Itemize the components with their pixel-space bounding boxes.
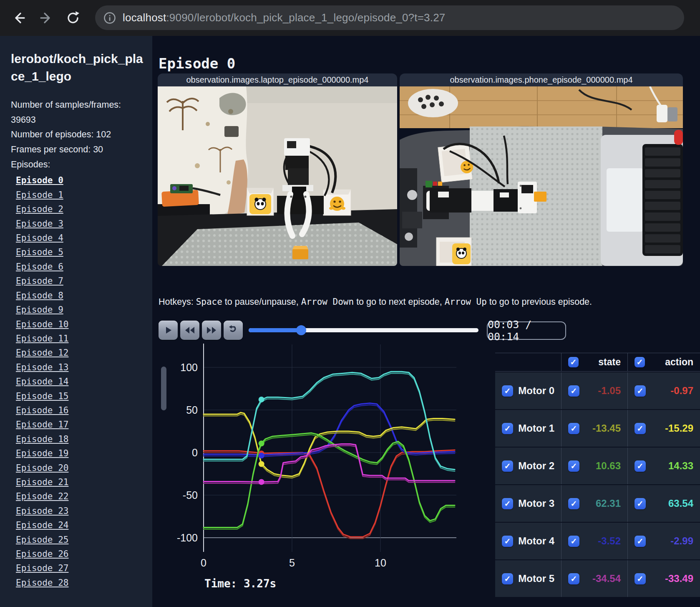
episode-link[interactable]: Episode 9	[16, 305, 63, 315]
motor-checkbox[interactable]: ✓	[502, 536, 513, 547]
phone-video[interactable]: observation.images.phone_episode_000000.…	[400, 73, 683, 266]
svg-text:0: 0	[201, 557, 206, 569]
episode-link[interactable]: Episode 19	[16, 448, 68, 458]
motor-checkbox[interactable]: ✓	[568, 498, 579, 509]
table-row: ✓Motor 1✓-13.45✓-15.29	[495, 410, 700, 447]
state-header-label: state	[598, 357, 621, 368]
laptop	[601, 135, 683, 266]
table-header-row: ✓ state ✓ action	[495, 353, 700, 372]
motor-checkbox[interactable]: ✓	[568, 460, 579, 472]
table-row: ✓Motor 2✓10.63✓14.33	[495, 448, 700, 484]
state-value-cell: ✓62.31	[561, 485, 627, 522]
table-row: ✓Motor 4✓-3.52✓-2.99	[495, 523, 700, 559]
url-text: localhost:9090/lerobot/koch_pick_place_1…	[123, 11, 446, 24]
hotkey-text: to go to previous episode.	[487, 297, 592, 307]
state-value: -1.05	[598, 385, 621, 397]
episode-link[interactable]: Episode 15	[16, 391, 68, 401]
episode-link[interactable]: Episode 24	[16, 520, 68, 530]
episode-link[interactable]: Episode 0	[16, 175, 63, 185]
motor-label: Motor 3	[518, 498, 554, 509]
motor-label: Motor 5	[518, 573, 554, 584]
episode-link[interactable]: Episode 27	[16, 563, 68, 573]
action-value: -2.99	[670, 535, 693, 547]
action-value: 14.33	[668, 460, 693, 472]
laptop-video[interactable]: observation.images.laptop_episode_000000…	[158, 73, 397, 266]
episodes-label: Episodes:	[11, 157, 143, 172]
motor-checkbox[interactable]: ✓	[568, 385, 579, 397]
episode-link[interactable]: Episode 7	[16, 276, 63, 286]
state-value: 10.63	[596, 460, 621, 472]
episode-link[interactable]: Episode 18	[16, 434, 68, 444]
motor-checkbox[interactable]: ✓	[502, 498, 513, 509]
forward-icon[interactable]	[37, 8, 56, 28]
episode-link[interactable]: Episode 26	[16, 549, 68, 559]
episode-link[interactable]: Episode 17	[16, 420, 68, 430]
sidebar: lerobot/koch_pick_place_1_lego Number of…	[0, 36, 152, 607]
svg-text:10: 10	[375, 557, 386, 569]
motor-checkbox[interactable]: ✓	[502, 423, 513, 434]
state-value: -13.45	[592, 422, 621, 434]
episode-link[interactable]: Episode 5	[16, 247, 63, 257]
episode-link[interactable]: Episode 3	[16, 219, 63, 229]
reload-icon[interactable]	[63, 8, 83, 28]
episode-link[interactable]: Episode 8	[16, 291, 63, 301]
laptop-video-frame	[158, 86, 397, 266]
motor-checkbox[interactable]: ✓	[635, 423, 646, 434]
episode-link[interactable]: Episode 21	[16, 477, 68, 487]
svg-text:100: 100	[180, 362, 198, 373]
back-icon[interactable]	[9, 8, 28, 28]
svg-text:-100: -100	[177, 532, 198, 544]
motor-checkbox[interactable]: ✓	[502, 573, 513, 584]
laptop-video-title: observation.images.laptop_episode_000000…	[158, 73, 397, 86]
motor-checkbox[interactable]: ✓	[568, 536, 579, 547]
motor-label-cell: ✓Motor 0	[495, 372, 561, 409]
episode-link[interactable]: Episode 23	[16, 506, 68, 516]
state-value-cell: ✓-1.05	[561, 372, 627, 409]
episode-link[interactable]: Episode 14	[16, 377, 68, 387]
action-value: 63.54	[668, 498, 693, 509]
episode-link[interactable]: Episode 11	[16, 334, 68, 344]
motor-checkbox[interactable]: ✓	[568, 573, 579, 584]
chart-svg: 100500-50-1000510	[159, 332, 463, 572]
motor-label: Motor 4	[518, 535, 554, 547]
state-value-cell: ✓10.63	[561, 448, 627, 484]
episode-link[interactable]: Episode 28	[16, 578, 68, 588]
action-column-checkbox[interactable]: ✓	[635, 357, 645, 367]
url-bar[interactable]: localhost:9090/lerobot/koch_pick_place_1…	[95, 5, 684, 30]
episode-link[interactable]: Episode 25	[16, 535, 68, 545]
episode-link[interactable]: Episode 22	[16, 491, 68, 501]
svg-text:5: 5	[289, 557, 295, 569]
episode-link[interactable]: Episode 4	[16, 233, 63, 243]
episode-link[interactable]: Episode 1	[16, 190, 63, 200]
info-icon[interactable]	[103, 11, 117, 25]
dataset-info: Number of samples/frames: 39693 Number o…	[11, 98, 143, 172]
hotkey-key: Space	[196, 297, 222, 307]
lego-brick	[292, 246, 308, 259]
motor-checkbox[interactable]: ✓	[568, 423, 579, 434]
motor-checkbox[interactable]: ✓	[502, 460, 513, 472]
motor-checkbox[interactable]: ✓	[635, 385, 646, 397]
action-value-cell: ✓-33.49	[627, 560, 700, 597]
motor-checkbox[interactable]: ✓	[635, 536, 646, 547]
state-value-cell: ✓-3.52	[561, 523, 627, 559]
fps-info: Frames per second: 30	[11, 142, 143, 157]
episode-link[interactable]: Episode 2	[16, 204, 63, 214]
motor-checkbox[interactable]: ✓	[635, 573, 646, 584]
hotkeys: Hotkeys: Space to pause/unpause, Arrow D…	[159, 297, 592, 307]
episode-link[interactable]: Episode 12	[16, 348, 68, 358]
header-state-cell: ✓ state	[561, 353, 627, 371]
motor-checkbox[interactable]: ✓	[502, 385, 513, 397]
state-column-checkbox[interactable]: ✓	[568, 357, 579, 367]
episode-link[interactable]: Episode 16	[16, 405, 68, 415]
motor-checkbox[interactable]: ✓	[635, 460, 646, 472]
table-row: ✓Motor 0✓-1.05✓-0.97	[495, 372, 700, 409]
motor-table: ✓ state ✓ action ✓Motor 0✓-1.05✓-0.97✓Mo…	[495, 353, 700, 598]
smiley-box-top	[438, 144, 474, 182]
motor-checkbox[interactable]: ✓	[635, 498, 646, 509]
episode-link[interactable]: Episode 20	[16, 463, 68, 473]
header-empty-cell	[495, 353, 561, 371]
episode-link[interactable]: Episode 6	[16, 262, 63, 272]
episode-link[interactable]: Episode 10	[16, 319, 68, 329]
episode-link[interactable]: Episode 13	[16, 362, 68, 372]
hotkey-text: to pause/unpause,	[222, 297, 301, 307]
